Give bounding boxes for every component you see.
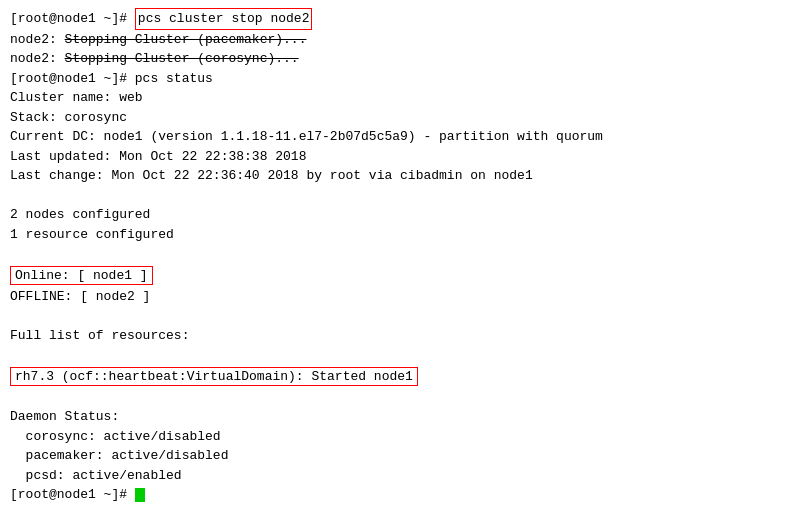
line-14: Full list of resources: [10, 326, 790, 346]
terminal: [root@node1 ~]# pcs cluster stop node2 n… [10, 8, 790, 520]
line-18: pacemaker: active/disabled [10, 446, 790, 466]
line-10: 2 nodes configured [10, 205, 790, 225]
empty-3 [10, 306, 790, 326]
line-12: Online: [ node1 ] [10, 266, 790, 285]
line-1: [root@node1 ~]# pcs cluster stop node2 [10, 8, 790, 30]
empty-2 [10, 244, 790, 264]
resource-highlight: rh7.3 (ocf::heartbeat:VirtualDomain): St… [10, 367, 418, 386]
line-15: rh7.3 (ocf::heartbeat:VirtualDomain): St… [10, 367, 790, 386]
empty-1 [10, 186, 790, 206]
prompt-1: [root@node1 ~]# [10, 11, 135, 26]
line-3: node2: Stopping Cluster (corosync)... [10, 49, 790, 69]
line-11: 1 resource configured [10, 225, 790, 245]
online-highlight: Online: [ node1 ] [10, 266, 153, 285]
cursor [135, 488, 145, 502]
line-9: Last change: Mon Oct 22 22:36:40 2018 by… [10, 166, 790, 186]
line-2: node2: Stopping Cluster (pacemaker)... [10, 30, 790, 50]
empty-4 [10, 345, 790, 365]
line-6: Stack: corosync [10, 108, 790, 128]
line-7: Current DC: node1 (version 1.1.18-11.el7… [10, 127, 790, 147]
line-16: Daemon Status: [10, 407, 790, 427]
line-8: Last updated: Mon Oct 22 22:38:38 2018 [10, 147, 790, 167]
line-13: OFFLINE: [ node2 ] [10, 287, 790, 307]
line-19: pcsd: active/enabled [10, 466, 790, 486]
line-20: [root@node1 ~]# [10, 485, 790, 505]
strikethrough-2: Stopping Cluster (corosync)... [65, 51, 299, 66]
command-highlight-1: pcs cluster stop node2 [135, 8, 313, 30]
strikethrough-1: Stopping Cluster (pacemaker)... [65, 32, 307, 47]
line-5: Cluster name: web [10, 88, 790, 108]
line-4: [root@node1 ~]# pcs status [10, 69, 790, 89]
empty-5 [10, 388, 790, 408]
line-17: corosync: active/disabled [10, 427, 790, 447]
